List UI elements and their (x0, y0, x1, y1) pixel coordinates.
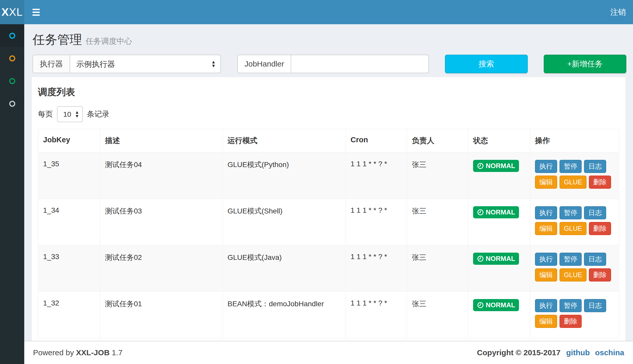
jobhandler-filter-group: JobHandler (237, 55, 429, 73)
cell-cron: 1 1 1 * * ? * (346, 199, 407, 245)
table-row: 1_34 测试任务03 GLUE模式(Shell) 1 1 1 * * ? * … (38, 199, 619, 245)
cell-mode: GLUE模式(Python) (223, 152, 346, 199)
jobhandler-input[interactable] (291, 55, 429, 73)
status-badge: NORMAL (473, 299, 519, 311)
trigger-button[interactable]: 执行 (535, 206, 557, 219)
cell-actions: 执行暂停日志编辑删除 (530, 292, 619, 338)
col-status: 状态 (468, 129, 530, 152)
executor-select[interactable]: 示例执行器 (70, 55, 221, 73)
powered-by: Powered by XXL-JOB 1.7 (33, 348, 123, 357)
page-size-select[interactable]: 10 (57, 106, 83, 122)
edit-button[interactable]: 编辑 (535, 222, 557, 235)
col-desc: 描述 (100, 129, 223, 152)
sidebar-item-2[interactable] (0, 47, 24, 70)
cell-mode: GLUE模式(Shell) (223, 199, 346, 245)
col-mode: 运行模式 (223, 129, 346, 152)
pause-button[interactable]: 暂停 (559, 160, 582, 173)
edit-button[interactable]: 编辑 (535, 315, 557, 328)
cell-desc: 测试任务01 (100, 292, 223, 338)
page-size-row: 每页 10 ▲▼ 条记录 (38, 106, 619, 122)
sidebar-toggle-button[interactable] (24, 0, 48, 24)
delete-button[interactable]: 删除 (559, 315, 582, 328)
cell-status: NORMAL (468, 199, 530, 245)
logout-link[interactable]: 注销 (603, 0, 633, 24)
trigger-button[interactable]: 执行 (535, 160, 557, 173)
circle-icon (9, 33, 15, 39)
col-owner: 负责人 (407, 129, 468, 152)
cell-desc: 测试任务02 (100, 245, 223, 292)
pause-button[interactable]: 暂停 (559, 253, 582, 266)
cell-owner: 张三 (407, 152, 468, 199)
edit-button[interactable]: 编辑 (535, 268, 557, 282)
cell-jobkey: 1_33 (38, 245, 100, 292)
cell-cron: 1 1 1 * * ? * (346, 292, 407, 338)
log-button[interactable]: 日志 (584, 253, 606, 266)
col-actions: 操作 (530, 129, 619, 152)
page-size-prefix: 每页 (38, 109, 53, 119)
table-row: 1_33 测试任务02 GLUE模式(Java) 1 1 1 * * ? * 张… (38, 245, 619, 292)
search-button[interactable]: 搜索 (445, 55, 528, 73)
hamburger-icon (33, 14, 40, 16)
schedule-list-panel: 调度列表 每页 10 ▲▼ 条记录 JobKey 描述 运行模式 Cron (31, 77, 626, 364)
page-title: 任务管理 (33, 33, 82, 46)
sidebar-item-1[interactable] (0, 24, 24, 47)
hamburger-icon (33, 12, 40, 13)
cell-owner: 张三 (407, 245, 468, 292)
glue-button[interactable]: GLUE (559, 268, 587, 282)
sidebar (0, 24, 24, 364)
cell-jobkey: 1_32 (38, 292, 100, 338)
panel-title: 调度列表 (38, 86, 619, 98)
cell-mode: BEAN模式：demoJobHandler (223, 292, 346, 338)
circle-icon (9, 55, 15, 61)
circle-icon (9, 101, 15, 107)
cell-status: NORMAL (468, 292, 530, 338)
table-row: 1_35 测试任务04 GLUE模式(Python) 1 1 1 * * ? *… (38, 152, 619, 199)
cell-jobkey: 1_34 (38, 199, 100, 245)
edit-button[interactable]: 编辑 (535, 176, 557, 189)
trigger-button[interactable]: 执行 (535, 253, 557, 266)
status-badge: NORMAL (473, 253, 519, 265)
cell-actions: 执行暂停日志编辑GLUE删除 (530, 245, 619, 292)
cell-desc: 测试任务03 (100, 199, 223, 245)
hamburger-icon (33, 9, 40, 10)
filter-row: 执行器 示例执行器 ▲▼ JobHandler 搜索 +新增任务 (33, 55, 626, 73)
sidebar-item-4[interactable] (0, 92, 24, 115)
footer-right: Copyright © 2015-2017 githuboschina (477, 348, 624, 357)
log-button[interactable]: 日志 (584, 299, 606, 312)
col-jobkey: JobKey (38, 129, 100, 152)
clock-icon (477, 209, 484, 216)
trigger-button[interactable]: 执行 (535, 299, 557, 312)
footer-links: githuboschina (566, 348, 624, 357)
glue-button[interactable]: GLUE (559, 176, 587, 189)
log-button[interactable]: 日志 (584, 206, 606, 219)
table-row: 1_32 测试任务01 BEAN模式：demoJobHandler 1 1 1 … (38, 292, 619, 338)
page-subtitle: 任务调度中心 (86, 37, 132, 45)
delete-button[interactable]: 删除 (589, 268, 611, 282)
executor-filter-group: 执行器 示例执行器 ▲▼ (33, 55, 221, 73)
status-label: NORMAL (486, 255, 515, 263)
cell-owner: 张三 (407, 199, 468, 245)
github-link[interactable]: github (566, 348, 590, 357)
log-button[interactable]: 日志 (584, 160, 606, 173)
sidebar-item-3[interactable] (0, 70, 24, 92)
delete-button[interactable]: 删除 (589, 176, 611, 189)
pause-button[interactable]: 暂停 (559, 299, 582, 312)
job-table-body: 1_35 测试任务04 GLUE模式(Python) 1 1 1 * * ? *… (38, 152, 619, 338)
main-footer: Powered by XXL-JOB 1.7 Copyright © 2015-… (24, 341, 633, 364)
top-navbar: XXL 注销 (0, 0, 633, 24)
glue-button[interactable]: GLUE (559, 222, 587, 235)
page-size-suffix: 条记录 (87, 109, 109, 119)
logo-rest: XL (9, 6, 23, 18)
copyright-text: Copyright © 2015-2017 (477, 348, 561, 357)
jobhandler-label: JobHandler (237, 55, 291, 73)
status-label: NORMAL (486, 208, 515, 216)
add-job-button[interactable]: +新增任务 (544, 55, 626, 73)
clock-icon (477, 302, 484, 309)
cell-actions: 执行暂停日志编辑GLUE删除 (530, 199, 619, 245)
oschina-link[interactable]: oschina (595, 348, 624, 357)
product-name: XXL-JOB (76, 348, 110, 357)
clock-icon (477, 255, 484, 262)
pause-button[interactable]: 暂停 (559, 206, 582, 219)
delete-button[interactable]: 删除 (589, 222, 611, 235)
cell-cron: 1 1 1 * * ? * (346, 152, 407, 199)
